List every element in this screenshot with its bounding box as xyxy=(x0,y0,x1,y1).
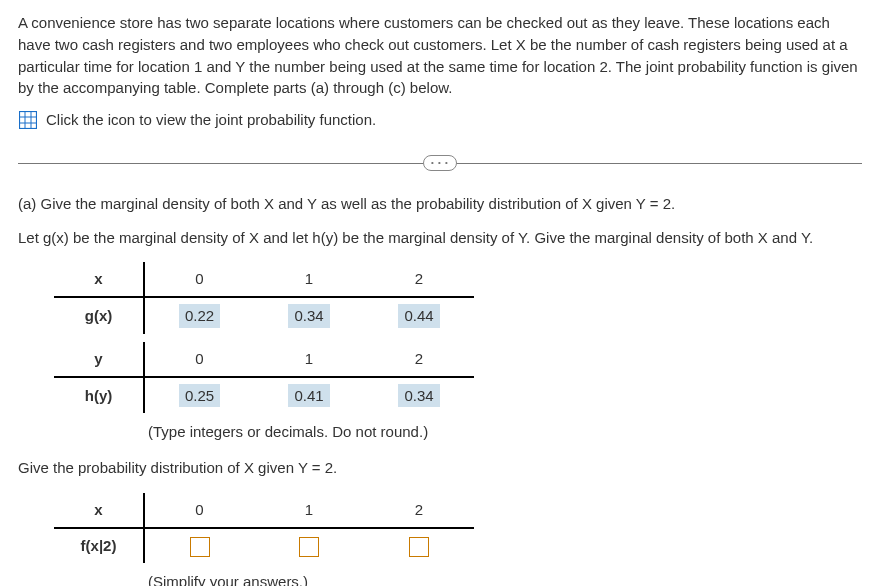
table-icon[interactable] xyxy=(18,110,38,130)
answer-input[interactable] xyxy=(190,537,210,557)
hy-fn-label: h(y) xyxy=(54,377,144,414)
hy-col-1: 1 xyxy=(254,342,364,377)
section-divider: • • • xyxy=(18,151,862,175)
hy-val-2: 0.34 xyxy=(364,377,474,414)
svg-rect-0 xyxy=(20,111,37,128)
expand-pill[interactable]: • • • xyxy=(423,155,457,171)
hy-val-1: 0.41 xyxy=(254,377,364,414)
hy-col-0: 0 xyxy=(144,342,254,377)
view-table-link[interactable]: Click the icon to view the joint probabi… xyxy=(46,109,376,131)
answer-input[interactable] xyxy=(299,537,319,557)
problem-statement: A convenience store has two separate loc… xyxy=(18,12,862,99)
gx-fn-label: g(x) xyxy=(54,297,144,334)
gx-col-1: 1 xyxy=(254,262,364,297)
fx2-col-0: 0 xyxy=(144,493,254,528)
hy-row-label: y xyxy=(54,342,144,377)
gx-val-1: 0.34 xyxy=(254,297,364,334)
gx-val-0: 0.22 xyxy=(144,297,254,334)
gx-row-label: x xyxy=(54,262,144,297)
gx-val-2: 0.44 xyxy=(364,297,474,334)
fx2-row-label: x xyxy=(54,493,144,528)
fx2-fn-label: f(x|2) xyxy=(54,528,144,563)
part-a-instruction: Let g(x) be the marginal density of X an… xyxy=(18,227,862,249)
answer-input[interactable] xyxy=(409,537,429,557)
fx2-table: x 0 1 2 f(x|2) xyxy=(54,493,862,563)
fx2-input-0 xyxy=(144,528,254,563)
hy-col-2: 2 xyxy=(364,342,474,377)
part-a-label: (a) Give the marginal density of both X … xyxy=(18,193,862,215)
conditional-prompt: Give the probability distribution of X g… xyxy=(18,457,862,479)
view-table-row: Click the icon to view the joint probabi… xyxy=(18,109,862,131)
hint-type-decimals: (Type integers or decimals. Do not round… xyxy=(148,421,862,443)
hint-simplify: (Simplify your answers.) xyxy=(148,571,862,586)
gx-table: x 0 1 2 g(x) 0.22 0.34 0.44 xyxy=(54,262,862,334)
hy-table: y 0 1 2 h(y) 0.25 0.41 0.34 xyxy=(54,342,862,414)
gx-col-0: 0 xyxy=(144,262,254,297)
gx-col-2: 2 xyxy=(364,262,474,297)
hy-val-0: 0.25 xyxy=(144,377,254,414)
fx2-input-2 xyxy=(364,528,474,563)
fx2-input-1 xyxy=(254,528,364,563)
fx2-col-1: 1 xyxy=(254,493,364,528)
fx2-col-2: 2 xyxy=(364,493,474,528)
